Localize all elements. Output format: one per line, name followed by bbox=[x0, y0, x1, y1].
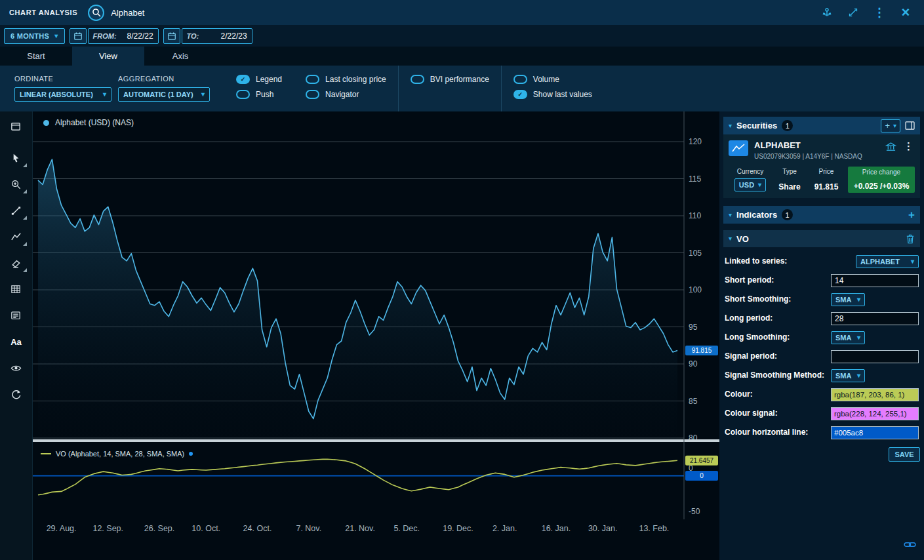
checkbox-unchecked-icon[interactable] bbox=[306, 75, 319, 84]
to-date-control: TO: 2/22/23 bbox=[163, 28, 252, 44]
calendar-icon[interactable] bbox=[70, 28, 87, 44]
checkbox-label: Navigator bbox=[325, 90, 359, 99]
checkbox-last-closing-price[interactable]: Last closing price bbox=[306, 75, 386, 84]
field-short-smoothing[interactable]: SMA▾ bbox=[831, 293, 865, 306]
chevron-down-icon: ▾ bbox=[893, 123, 896, 129]
field-colour-horizontal-line[interactable] bbox=[831, 426, 919, 439]
text-tool-icon[interactable]: Aa bbox=[3, 330, 30, 353]
checkbox-legend[interactable]: ✓Legend bbox=[236, 75, 282, 84]
checkbox-navigator[interactable]: Navigator bbox=[306, 90, 386, 99]
legend-box-icon[interactable] bbox=[3, 304, 30, 327]
chevron-down-icon: ▾ bbox=[54, 33, 58, 39]
save-button[interactable]: SAVE bbox=[889, 447, 920, 462]
from-date-input[interactable]: FROM: 8/22/22 bbox=[88, 28, 159, 44]
trend-line-icon[interactable] bbox=[3, 199, 30, 222]
trash-icon[interactable] bbox=[906, 234, 915, 244]
checkbox-label: BVI performance bbox=[430, 75, 489, 84]
search-input[interactable]: Alphabet bbox=[111, 8, 144, 18]
search-icon[interactable] bbox=[88, 5, 104, 21]
vo-indicator-title: VO bbox=[736, 234, 749, 244]
vo-color-swatch bbox=[41, 453, 51, 454]
chart-canvas[interactable]: 120115110105100959085800-5029. Aug.12. S… bbox=[33, 111, 719, 538]
zoom-in-icon[interactable] bbox=[3, 173, 30, 195]
chevron-down-icon: ▾ bbox=[758, 182, 761, 188]
svg-text:-50: -50 bbox=[689, 507, 700, 516]
aggregation-select[interactable]: AUTOMATIC (1 DAY) ▾ bbox=[118, 87, 210, 102]
field-signal-smoothing-method[interactable]: SMA▾ bbox=[831, 369, 865, 382]
panels-icon[interactable] bbox=[3, 115, 30, 138]
checkbox-unchecked-icon[interactable] bbox=[411, 75, 424, 84]
field-long-smoothing[interactable]: SMA▾ bbox=[831, 331, 865, 344]
checkbox-unchecked-icon[interactable] bbox=[306, 90, 319, 99]
visibility-icon[interactable] bbox=[3, 357, 30, 379]
svg-text:91.815: 91.815 bbox=[692, 347, 712, 354]
svg-text:115: 115 bbox=[689, 174, 701, 184]
more-menu-icon[interactable]: ⋮ bbox=[873, 6, 886, 19]
price-series-legend[interactable]: Alphabet (USD) (NAS) bbox=[43, 118, 134, 127]
tab-view[interactable]: View bbox=[72, 47, 144, 66]
pin-icon[interactable] bbox=[820, 6, 834, 19]
checkbox-bvi-performance[interactable]: BVI performance bbox=[411, 75, 489, 84]
checkbox-volume[interactable]: Volume bbox=[513, 75, 592, 84]
to-date-input[interactable]: TO: 2/22/23 bbox=[182, 28, 252, 44]
security-menu-icon[interactable]: ⋮ bbox=[904, 140, 914, 152]
field-colour-signal[interactable] bbox=[831, 407, 919, 420]
collapse-icon[interactable]: ▾ bbox=[729, 123, 732, 129]
type-label: Type bbox=[782, 168, 797, 175]
svg-text:100: 100 bbox=[689, 285, 702, 294]
chart-area: 120115110105100959085800-5029. Aug.12. S… bbox=[33, 111, 719, 560]
cursor-icon[interactable] bbox=[3, 147, 30, 169]
eraser-icon[interactable] bbox=[3, 252, 30, 274]
calendar-icon[interactable] bbox=[163, 28, 180, 44]
field-signal-period[interactable] bbox=[831, 350, 919, 363]
vo-series-legend[interactable]: VO (Alphabet, 14, SMA, 28, SMA, SMA) bbox=[41, 450, 193, 458]
checkbox-push[interactable]: Push bbox=[236, 90, 282, 99]
checkbox-show-last-values[interactable]: ✓Show last values bbox=[513, 90, 592, 99]
range-label: 6 MONTHS bbox=[10, 32, 49, 40]
tab-start[interactable]: Start bbox=[0, 47, 72, 66]
link-icon[interactable] bbox=[904, 540, 916, 549]
checkbox-checked-icon[interactable]: ✓ bbox=[513, 90, 527, 99]
vo-indicator-header[interactable]: ▾ VO bbox=[723, 230, 920, 247]
field-long-period[interactable] bbox=[831, 312, 919, 325]
currency-select[interactable]: USD ▾ bbox=[734, 178, 766, 191]
svg-text:29. Aug.: 29. Aug. bbox=[47, 524, 77, 533]
collapse-icon[interactable]: ▾ bbox=[729, 212, 732, 218]
polyline-icon[interactable] bbox=[3, 226, 30, 248]
grid-icon[interactable] bbox=[3, 278, 30, 300]
field-colour[interactable] bbox=[831, 388, 919, 401]
fullscreen-icon[interactable] bbox=[847, 6, 860, 19]
exchange-icon[interactable] bbox=[885, 142, 896, 152]
security-card[interactable]: ALPHABET US02079K3059 | A14Y6F | NASDAQ … bbox=[723, 134, 920, 198]
svg-text:16. Jan.: 16. Jan. bbox=[542, 524, 571, 533]
field-label-short-period: Short period: bbox=[725, 276, 831, 285]
tab-axis[interactable]: Axis bbox=[144, 47, 216, 66]
checkbox-unchecked-icon[interactable] bbox=[513, 75, 527, 84]
securities-title: Securities bbox=[736, 121, 777, 130]
close-icon[interactable]: × bbox=[899, 6, 912, 19]
title-bar: CHART ANALYSIS Alphabet ⋮ × bbox=[0, 0, 924, 25]
securities-header[interactable]: ▾ Securities 1 + ▾ bbox=[723, 117, 920, 134]
plus-icon: + bbox=[885, 121, 890, 130]
indicators-header[interactable]: ▾ Indicators 1 + bbox=[723, 206, 920, 224]
range-select[interactable]: 6 MONTHS ▾ bbox=[4, 28, 65, 44]
add-indicator-icon[interactable]: + bbox=[908, 209, 915, 220]
svg-text:105: 105 bbox=[689, 249, 702, 258]
checkbox-checked-icon[interactable]: ✓ bbox=[236, 75, 250, 84]
field-label-linked-to-series: Linked to series: bbox=[725, 257, 831, 266]
svg-text:13. Feb.: 13. Feb. bbox=[639, 524, 669, 533]
field-short-period[interactable] bbox=[831, 274, 919, 287]
security-chart-icon bbox=[729, 140, 748, 156]
svg-text:19. Dec.: 19. Dec. bbox=[443, 524, 473, 533]
checkbox-unchecked-icon[interactable] bbox=[236, 90, 250, 99]
svg-text:110: 110 bbox=[689, 211, 701, 220]
reset-view-icon[interactable] bbox=[3, 383, 30, 405]
ordinate-label: ORDINATE bbox=[14, 75, 111, 83]
add-security-button[interactable]: + ▾ bbox=[881, 119, 900, 132]
field-linked-to-series[interactable]: ALPHABET▾ bbox=[856, 255, 919, 268]
currency-value: USD bbox=[739, 181, 754, 189]
panel-layout-icon[interactable] bbox=[905, 121, 915, 130]
app-title: CHART ANALYSIS bbox=[9, 9, 77, 16]
ordinate-select[interactable]: LINEAR (ABSOLUTE) ▾ bbox=[14, 87, 111, 102]
collapse-icon[interactable]: ▾ bbox=[729, 235, 732, 242]
